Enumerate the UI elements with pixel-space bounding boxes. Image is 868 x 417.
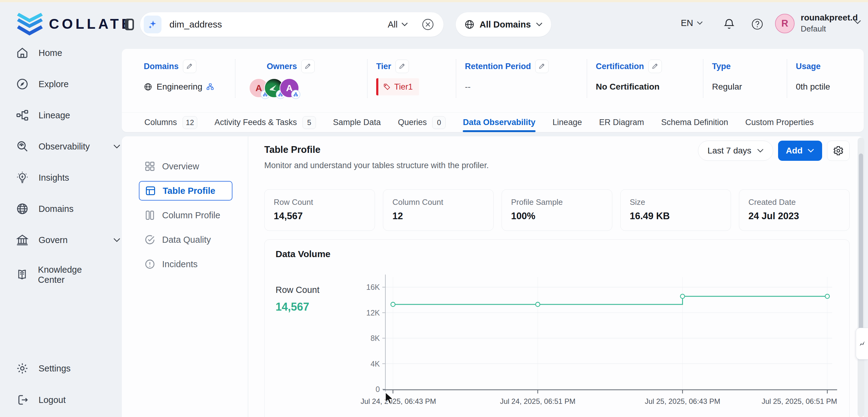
help-icon[interactable] [750,17,765,31]
svg-text:0: 0 [376,385,380,393]
user-name: rounakpreet.d [801,12,858,23]
globe-icon [464,19,475,30]
tab-er-diagram[interactable]: ER Diagram [599,113,644,132]
tab-lineage[interactable]: Lineage [553,113,582,132]
observability-icon [16,140,29,153]
owner-avatar[interactable]: A [280,78,299,98]
sidebar-item-home[interactable]: Home [16,46,108,59]
subdomain-icon [207,83,214,91]
app-root: COLLATE dim_address All All Domains EN [0,0,868,417]
entity-tabs: Columns12 Activity Feeds & Tasks5 Sample… [122,113,864,132]
profiler-settings-button[interactable] [827,141,850,161]
sidebar-item-logout[interactable]: Logout [16,393,108,406]
edit-owners-button[interactable] [301,60,315,73]
vertical-scrollbar[interactable] [858,137,864,417]
ai-sparkle-icon [144,15,161,33]
sidebar-item-lineage[interactable]: Lineage [16,109,108,122]
domain-filter-dropdown[interactable]: All Domains [456,12,551,37]
pencil-icon [186,63,193,70]
user-menu[interactable]: rounakpreet.d Default [801,12,858,34]
add-button[interactable]: Add [778,141,822,161]
tab-custom-properties[interactable]: Custom Properties [745,113,814,132]
sidebar-item-explore[interactable]: Explore [16,78,108,91]
time-range-dropdown[interactable]: Last 7 days [698,141,773,161]
team-badge-icon [291,90,300,99]
search-input[interactable]: dim_address [169,19,388,30]
pencil-icon [305,63,311,70]
chevron-down-icon [536,22,542,27]
pencil-icon [399,63,406,70]
svg-text:12K: 12K [366,309,380,317]
scrollbar-thumb[interactable] [859,154,863,349]
edit-domains-button[interactable] [183,60,196,73]
sidebar-item-govern[interactable]: Govern [16,233,108,247]
edit-tier-button[interactable] [396,60,409,73]
row-count-line-chart[interactable]: 04K8K12K16KJul 24, 2025, 06:43 PMJul 24,… [360,268,838,416]
sidebar-item-observability[interactable]: Observability [16,140,108,153]
lineage-icon [16,109,29,122]
subnav-incidents[interactable]: Incidents [139,254,232,274]
tab-queries[interactable]: Queries0 [398,113,446,132]
meta-tier: Tier Tier1 [376,59,456,98]
svg-text:Jul 25, 2025, 06:43 PM: Jul 25, 2025, 06:43 PM [645,397,720,406]
compass-icon [16,78,29,91]
svg-text:8K: 8K [370,334,380,343]
search-scope-dropdown[interactable]: All [388,20,408,30]
edge-widget[interactable] [856,328,868,359]
tab-columns[interactable]: Columns12 [144,113,197,132]
subnav-data-quality[interactable]: Data Quality [139,230,232,250]
notifications-bell-icon[interactable] [722,17,737,31]
tab-count-badge: 0 [432,116,445,129]
page-subtitle: Monitor and understand your tables struc… [264,161,850,170]
chevron-down-icon [113,238,121,243]
tag-icon [383,83,391,91]
tab-activity-feeds[interactable]: Activity Feeds & Tasks5 [214,113,316,132]
tab-sample-data[interactable]: Sample Data [333,113,381,132]
svg-text:4K: 4K [370,359,380,368]
book-icon [16,268,28,281]
user-avatar[interactable]: R [775,14,795,33]
meta-retention: Retention Period -- [465,59,587,98]
entity-metadata-row: Domains Engineering Owners A A [122,49,864,98]
svg-text:Jul 24, 2025, 06:43 PM: Jul 24, 2025, 06:43 PM [361,397,436,406]
search-clear-icon[interactable] [422,18,434,31]
sidebar-collapse-icon[interactable] [124,18,136,31]
sidebar-item-settings[interactable]: Settings [16,362,108,375]
chevron-down-icon [401,22,408,27]
user-menu-chevron-icon[interactable] [854,20,861,25]
topbar: COLLATE dim_address All All Domains EN [0,2,868,47]
table-profile-icon [145,185,156,196]
chevron-down-icon [807,149,814,153]
chevron-down-icon [697,21,703,25]
edit-certification-button[interactable] [648,60,662,73]
user-team: Default [801,24,858,34]
column-profile-icon [144,210,155,221]
profiler-panel: Overview Table Profile Column Profile Da… [122,136,864,417]
globe-icon [144,83,152,91]
chart-title: Data Volume [276,249,838,259]
sidebar-item-domains[interactable]: Domains [16,202,108,215]
chart-summary: Row Count 14,567 [276,268,360,417]
global-search-bar[interactable]: dim_address All [140,12,443,37]
profiler-subnav: Overview Table Profile Column Profile Da… [122,136,248,417]
tier-tag[interactable]: Tier1 [376,78,419,95]
subnav-column-profile[interactable]: Column Profile [139,205,232,225]
subnav-table-profile[interactable]: Table Profile [139,181,232,200]
bank-icon [16,233,29,247]
svg-text:Jul 25, 2025, 06:51 PM: Jul 25, 2025, 06:51 PM [762,397,837,406]
stat-column-count: Column Count 12 [383,189,494,231]
collate-logo-icon [17,11,43,36]
edit-retention-button[interactable] [535,60,549,73]
sidebar-item-insights[interactable]: Insights [16,171,108,184]
meta-type: Type Regular [712,59,787,98]
tab-data-observability[interactable]: Data Observability [463,113,535,132]
subnav-overview[interactable]: Overview [139,157,232,176]
language-dropdown[interactable]: EN [681,18,703,28]
tab-schema-definition[interactable]: Schema Definition [661,113,728,132]
stat-size: Size 16.49 KB [620,189,731,231]
sidebar-item-knowledge-center[interactable]: Knowledge Center [16,265,108,285]
profiler-main: Table Profile Monitor and understand you… [248,136,864,417]
owner-avatars[interactable]: A A [249,78,299,98]
profile-stat-cards: Row Count 14,567 Column Count 12 Profile… [264,189,850,231]
collate-logo[interactable]: COLLATE [17,11,134,36]
